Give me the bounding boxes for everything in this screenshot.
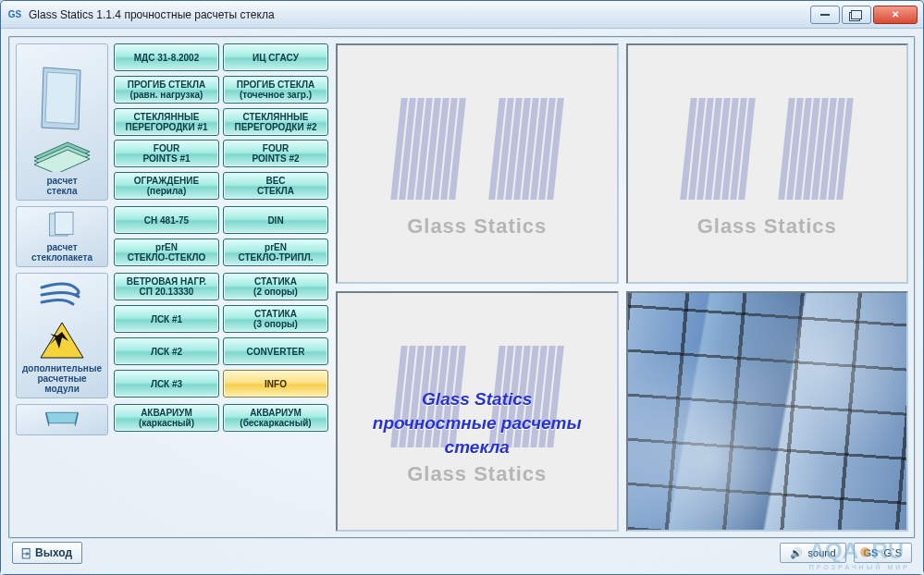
extra-button-4[interactable]: ЛСК #2 xyxy=(114,337,219,365)
gs-caption: Glass Statics xyxy=(697,214,837,239)
aquarium-buttons: АКВАРИУМ (каркасный)АКВАРИУМ (бескаркасн… xyxy=(114,404,328,435)
gs-glyph-icon xyxy=(482,89,571,209)
section-extra-icon: дополнительные расчетные модули xyxy=(16,273,108,398)
minimize-button[interactable] xyxy=(810,6,840,24)
preview-panel-1: Glass Statics xyxy=(336,43,619,284)
svg-rect-6 xyxy=(55,213,74,235)
aquarium-icon xyxy=(34,409,90,427)
close-button[interactable] xyxy=(873,6,918,24)
gs-caption: Glass Statics xyxy=(407,462,547,486)
extra-button-6[interactable]: ЛСК #3 xyxy=(114,370,219,398)
extra-buttons: ВЕТРОВАЯ НАГР. СП 20.13330СТАТИКА (2 опо… xyxy=(114,273,328,398)
glass-button-5[interactable]: СТЕКЛЯННЫЕ ПЕРЕГОРОДКИ #2 xyxy=(223,108,328,136)
speaker-icon: 🔊 xyxy=(790,547,803,559)
restore-button[interactable] xyxy=(842,6,871,24)
section-glass: расчет стекла МДС 31-8.2002ИЦ СГАСУПРОГИ… xyxy=(16,43,328,201)
insulated-glass-icon xyxy=(40,211,84,239)
extra-button-3[interactable]: СТАТИКА (3 опоры) xyxy=(223,305,328,333)
preview-panel-4 xyxy=(626,291,909,532)
exit-label: Выход xyxy=(35,546,72,559)
unit-button-1[interactable]: DIN xyxy=(223,206,328,234)
glass-button-9[interactable]: ВЕС СТЕКЛА xyxy=(223,172,328,200)
unit-button-0[interactable]: СН 481-75 xyxy=(114,206,219,234)
section-unit-icon: расчет стеклопакета xyxy=(16,206,108,267)
app-logo-icon: GS xyxy=(6,8,23,21)
app-window: GS Glass Statics 1.1.4 прочностные расче… xyxy=(0,0,924,575)
window-controls xyxy=(810,6,918,24)
section-aquarium: АКВАРИУМ (каркасный)АКВАРИУМ (бескаркасн… xyxy=(16,404,328,435)
sound-label: sound xyxy=(808,547,836,558)
exit-button[interactable]: Выход xyxy=(12,542,82,564)
preview-panel-3: Glass Statics Glass Statics прочностные … xyxy=(336,291,619,532)
glass-button-7[interactable]: FOUR POINTS #2 xyxy=(223,140,328,167)
glass-button-4[interactable]: СТЕКЛЯННЫЕ ПЕРЕГОРОДКИ #1 xyxy=(114,108,219,136)
building-facade-icon xyxy=(628,293,907,530)
section-extra-label: дополнительные расчетные модули xyxy=(22,363,102,394)
svg-marker-1 xyxy=(45,72,77,124)
section-glass-label: расчет стекла xyxy=(46,176,77,196)
glass-buttons: МДС 31-8.2002ИЦ СГАСУПРОГИБ СТЕКЛА (равн… xyxy=(114,43,328,201)
gs-caption: Glass Statics xyxy=(407,214,547,239)
extra-button-1[interactable]: СТАТИКА (2 опоры) xyxy=(223,273,328,300)
main-frame: расчет стекла МДС 31-8.2002ИЦ СГАСУПРОГИ… xyxy=(8,36,916,539)
client-area: расчет стекла МДС 31-8.2002ИЦ СГАСУПРОГИ… xyxy=(1,29,923,574)
app-tagline: Glass Statics прочностные расчеты стекла xyxy=(338,387,617,459)
glass-button-0[interactable]: МДС 31-8.2002 xyxy=(114,43,219,71)
aquarium-button-1[interactable]: АКВАРИУМ (бескаркасный) xyxy=(223,404,328,432)
footer: Выход 🔊 sound GS G`S xyxy=(8,539,916,567)
glass-button-3[interactable]: ПРОГИБ СТЕКЛА (точечное загр.) xyxy=(223,76,328,104)
exit-icon xyxy=(22,545,30,560)
gs-glyph-icon xyxy=(384,89,473,209)
sound-button[interactable]: 🔊 sound xyxy=(780,543,846,563)
section-aquarium-icon xyxy=(16,404,108,435)
section-glass-icon: расчет стекла xyxy=(16,43,108,201)
unit-button-2[interactable]: prEN СТЕКЛО-СТЕКЛО xyxy=(114,239,219,266)
glass-pane-icon xyxy=(34,63,90,137)
svg-marker-9 xyxy=(46,412,78,422)
explosion-icon xyxy=(39,321,85,360)
preview-panel-2: Glass Statics xyxy=(626,43,909,284)
gs-glyph-icon xyxy=(771,89,860,209)
svg-marker-7 xyxy=(41,323,83,358)
glass-button-1[interactable]: ИЦ СГАСУ xyxy=(223,43,328,71)
glass-button-6[interactable]: FOUR POINTS #1 xyxy=(114,140,219,167)
gs-glyph-icon xyxy=(673,89,762,209)
section-unit-label: расчет стеклопакета xyxy=(31,242,92,263)
extra-button-2[interactable]: ЛСК #1 xyxy=(114,305,219,333)
window-title: Glass Statics 1.1.4 прочностные расчеты … xyxy=(29,8,810,21)
glass-stack-icon xyxy=(31,135,93,172)
unit-button-3[interactable]: prEN СТЕКЛО-ТРИПЛ. xyxy=(223,239,328,266)
gs-label: G`S xyxy=(883,547,902,558)
extra-button-5[interactable]: CONVERTER xyxy=(223,337,328,365)
wind-icon xyxy=(38,278,86,310)
gs-button[interactable]: GS G`S xyxy=(854,543,912,563)
left-panel: расчет стекла МДС 31-8.2002ИЦ СГАСУПРОГИ… xyxy=(16,43,328,532)
section-extra: дополнительные расчетные модули ВЕТРОВАЯ… xyxy=(16,273,328,398)
extra-button-7[interactable]: INFO xyxy=(223,370,328,398)
extra-button-0[interactable]: ВЕТРОВАЯ НАГР. СП 20.13330 xyxy=(114,273,219,300)
aquarium-button-0[interactable]: АКВАРИУМ (каркасный) xyxy=(114,404,219,432)
glass-button-8[interactable]: ОГРАЖДЕНИЕ (перила) xyxy=(114,172,219,200)
unit-buttons: СН 481-75DINprEN СТЕКЛО-СТЕКЛОprEN СТЕКЛ… xyxy=(114,206,328,267)
titlebar: GS Glass Statics 1.1.4 прочностные расче… xyxy=(1,1,923,29)
right-panel: Glass Statics Glass Statics Glass Static… xyxy=(336,43,908,532)
gs-icon: GS xyxy=(864,547,879,558)
section-unit: расчет стеклопакета СН 481-75DINprEN СТЕ… xyxy=(16,206,328,267)
glass-button-2[interactable]: ПРОГИБ СТЕКЛА (равн. нагрузка) xyxy=(114,76,219,104)
